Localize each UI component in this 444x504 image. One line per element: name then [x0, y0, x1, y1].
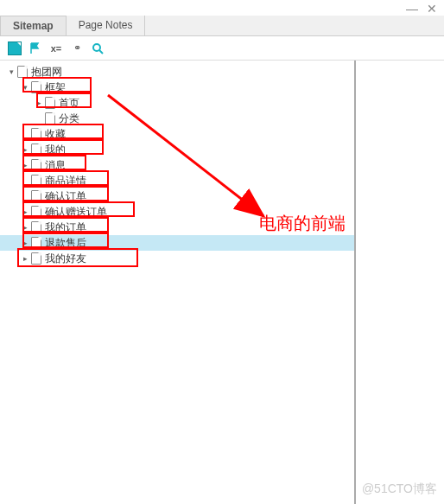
- tree-item[interactable]: ▸确认赠送订单: [0, 204, 354, 220]
- node-label: 我的订单: [45, 220, 86, 235]
- page-icon: [31, 237, 41, 249]
- variables-button[interactable]: x=: [48, 41, 64, 56]
- node-label: 首页: [59, 96, 79, 111]
- page-icon: [31, 175, 41, 187]
- tree-root[interactable]: ▾ 抱团网: [0, 64, 354, 80]
- page-icon: [31, 144, 41, 156]
- node-label: 确认订单: [45, 189, 86, 204]
- page-icon: [31, 81, 41, 93]
- flag-icon: [29, 41, 42, 55]
- tree-item[interactable]: ▸消息: [0, 157, 354, 173]
- expander-icon[interactable]: ▾: [7, 67, 16, 76]
- expander-icon[interactable]: ▾: [21, 83, 29, 92]
- search-icon: [91, 41, 105, 55]
- node-label: 消息: [45, 158, 66, 173]
- minimize-button[interactable]: —: [406, 2, 418, 16]
- tree-item[interactable]: 商品详情: [0, 173, 354, 188]
- expander-icon[interactable]: ▸: [21, 239, 29, 247]
- tree-item[interactable]: 分类: [0, 111, 354, 126]
- node-label: 收藏: [45, 127, 66, 142]
- expander-icon[interactable]: ▸: [21, 223, 29, 232]
- node-label: 我的好友: [45, 252, 86, 266]
- expander-icon[interactable]: ▸: [35, 99, 43, 107]
- expander-icon[interactable]: ▸: [21, 254, 29, 263]
- page-icon: [45, 97, 55, 109]
- tree-item[interactable]: ▸我的: [0, 142, 354, 157]
- expander-icon[interactable]: ▸: [21, 161, 29, 169]
- page-icon: [31, 128, 41, 140]
- tree-item[interactable]: ▸首页: [0, 95, 354, 111]
- node-label: 框架: [45, 80, 66, 95]
- page-icon: [31, 190, 41, 202]
- node-label: 确认赠送订单: [45, 205, 107, 220]
- page-icon: [31, 252, 41, 265]
- tree-item[interactable]: 确认订单: [0, 188, 354, 204]
- search-button[interactable]: [90, 41, 105, 56]
- page-icon: [8, 41, 22, 55]
- tab-sitemap[interactable]: Sitemap: [0, 16, 67, 35]
- page-icon: [31, 221, 41, 233]
- tab-page-notes[interactable]: Page Notes: [67, 16, 146, 35]
- node-label: 抱团网: [31, 65, 62, 80]
- svg-point-0: [93, 44, 100, 51]
- new-page-button[interactable]: [7, 41, 22, 56]
- svg-line-1: [99, 50, 103, 54]
- tree-item[interactable]: ▸退款售后: [0, 235, 354, 251]
- link-button[interactable]: ⚭: [69, 41, 85, 56]
- page-icon: [31, 159, 41, 171]
- tab-bar: Sitemap Page Notes: [0, 16, 444, 36]
- tree-item[interactable]: 收藏: [0, 126, 354, 142]
- flag-button[interactable]: [28, 41, 43, 56]
- sitemap-tree: ▾ 抱团网 ▾框架▸首页分类收藏▸我的▸消息商品详情确认订单▸确认赠送订单▸我的…: [0, 61, 356, 504]
- close-button[interactable]: ✕: [427, 2, 437, 16]
- expander-icon[interactable]: ▸: [21, 145, 29, 154]
- node-label: 商品详情: [45, 174, 86, 188]
- node-label: 分类: [59, 112, 79, 126]
- toolbar: x= ⚭: [0, 36, 444, 61]
- tree-item[interactable]: ▾框架: [0, 80, 354, 95]
- watermark: @51CTO博客: [362, 482, 437, 497]
- page-icon: [45, 112, 55, 124]
- tree-item[interactable]: ▸我的订单: [0, 220, 354, 235]
- tree-item[interactable]: ▸我的好友: [0, 251, 354, 266]
- page-icon: [31, 206, 41, 218]
- page-icon: [17, 66, 28, 78]
- node-label: 退款售后: [45, 236, 86, 251]
- node-label: 我的: [45, 143, 66, 157]
- expander-icon[interactable]: ▸: [21, 207, 29, 216]
